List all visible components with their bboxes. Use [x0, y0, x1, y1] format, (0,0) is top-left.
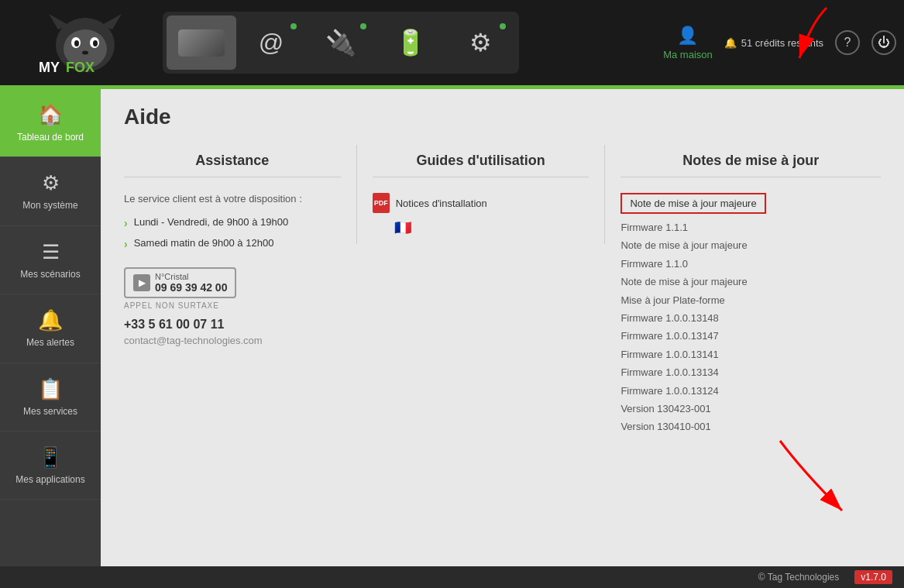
maison-label: Ma maison	[663, 49, 713, 60]
camera-icon	[178, 29, 225, 57]
help-button[interactable]: ?	[835, 30, 860, 55]
email-link[interactable]: contact@tag-technologies.com	[124, 335, 341, 346]
sidebar-item-mes-services[interactable]: 📋 Mes services	[0, 363, 101, 432]
credits-text: 51 crédits restants	[741, 37, 823, 49]
assistance-section: Assistance Le service client est à votre…	[124, 145, 341, 354]
sidebar-label-alertes: Mes alertes	[26, 337, 74, 348]
hours-item-1: › Lundi - Vendredi, de 9h00 à 19h00	[124, 216, 341, 229]
assistance-intro: Le service client est à votre dispositio…	[124, 193, 341, 205]
hours-text-2: Samedi matin de 9h00 à 12h00	[134, 237, 274, 249]
home-icon: 🏠	[38, 103, 63, 127]
sidebar-item-tableau-de-bord[interactable]: 🏠 Tableau de bord	[0, 89, 101, 157]
svg-text:FOX: FOX	[66, 60, 95, 75]
notes-list-item[interactable]: Firmware 1.0.0.13147	[620, 327, 881, 345]
notes-list-item[interactable]: Firmware 1.1.0	[620, 255, 881, 273]
sidebar-label-scenarios: Mes scénarios	[20, 269, 80, 280]
notes-title: Notes de mise à jour	[620, 153, 881, 177]
notes-list-item[interactable]: Note de mise à jour majeure	[620, 273, 881, 291]
phone-small-icon: ▶	[133, 274, 150, 291]
main-layout: 🏠 Tableau de bord ⚙ Mon système ☰ Mes sc…	[0, 89, 904, 566]
notice-item[interactable]: PDF Notices d'installation	[373, 193, 589, 213]
status-dot-power	[359, 22, 368, 31]
notes-list-item[interactable]: Firmware 1.0.0.13141	[620, 346, 881, 363]
crystal-number: 09 69 39 42 00	[155, 281, 227, 294]
battery-tab[interactable]: 🔋	[376, 15, 445, 70]
notes-list-item[interactable]: Version 130423-001	[620, 400, 881, 418]
device-tabs: @ 🔌 🔋 ⚙	[163, 12, 519, 74]
guides-section: Guides d'utilisation PDF Notices d'insta…	[356, 145, 606, 244]
mobile-icon: 📱	[38, 445, 63, 469]
bell-icon: 🔔	[724, 37, 737, 49]
notice-text: Notices d'installation	[396, 198, 487, 209]
status-dot-internet	[289, 22, 298, 31]
myfox-logo: MY FOX	[35, 10, 136, 76]
user-icon: 👤	[677, 26, 698, 46]
highlighted-note-link[interactable]: Note de mise à jour majeure	[620, 193, 765, 214]
sidebar-label-systeme: Mon système	[22, 200, 77, 211]
content-area: Aide Assistance Le service client est à …	[101, 89, 904, 566]
power-icon: 🔌	[325, 28, 356, 57]
list-icon: ☰	[42, 240, 60, 264]
services-icon: 📋	[38, 377, 63, 401]
header-right: 👤 Ma maison 🔔 51 crédits restants ? ⏻	[663, 26, 896, 60]
notes-list-item[interactable]: Version 130410-001	[620, 418, 881, 435]
gear-device-icon: ⚙	[469, 28, 492, 57]
phone-number: +33 5 61 00 07 11	[124, 318, 341, 332]
notes-list-item[interactable]: Firmware 1.0.0.13134	[620, 363, 881, 381]
notes-list: Firmware 1.1.1Note de mise à jour majeur…	[620, 218, 881, 436]
crystal-info: N°Cristal 09 69 39 42 00	[155, 272, 227, 294]
svg-point-6	[74, 40, 79, 46]
sidebar-item-mes-scenarios[interactable]: ☰ Mes scénarios	[0, 226, 101, 294]
sidebar-item-mon-systeme[interactable]: ⚙ Mon système	[0, 157, 101, 225]
sidebar-label-tableau: Tableau de bord	[17, 132, 84, 143]
notes-list-item[interactable]: Mise à jour Plate-forme	[620, 291, 881, 309]
settings-tab[interactable]: ⚙	[445, 15, 515, 70]
internet-tab[interactable]: @	[236, 15, 306, 70]
notes-list-item[interactable]: Firmware 1.1.1	[620, 218, 881, 236]
flag-icon-fr: 🇫🇷	[394, 219, 589, 236]
power-button[interactable]: ⏻	[871, 30, 896, 55]
gear-icon: ⚙	[42, 171, 60, 195]
svg-point-8	[82, 50, 88, 54]
hours-text-1: Lundi - Vendredi, de 9h00 à 19h00	[134, 216, 289, 228]
pdf-icon: PDF	[373, 193, 390, 213]
battery-icon: 🔋	[395, 28, 426, 57]
svg-point-7	[93, 40, 98, 46]
footer: © Tag Technologies v1.7.0	[0, 566, 904, 588]
bell-nav-icon: 🔔	[38, 308, 63, 332]
sidebar-label-applications: Mes applications	[15, 474, 84, 485]
assistance-title: Assistance	[124, 153, 341, 177]
logo-area: MY FOX	[8, 10, 163, 76]
status-dot-settings	[498, 22, 507, 31]
notes-list-item[interactable]: Firmware 1.0.0.13148	[620, 309, 881, 327]
notes-list-item[interactable]: Firmware 1.0.0.13124	[620, 382, 881, 400]
page-title: Aide	[124, 105, 881, 129]
footer-version: v1.7.0	[854, 570, 892, 584]
appel-note: APPEL NON SURTAXE	[124, 301, 341, 310]
footer-copyright: © Tag Technologies	[758, 572, 839, 583]
svg-text:MY: MY	[39, 60, 60, 75]
notes-list-item[interactable]: Note de mise à jour majeure	[620, 236, 881, 254]
crystal-box[interactable]: ▶ N°Cristal 09 69 39 42 00	[124, 267, 236, 298]
crystal-label: N°Cristal	[155, 272, 227, 281]
sidebar-label-services: Mes services	[23, 406, 77, 417]
sidebar-item-mes-applications[interactable]: 📱 Mes applications	[0, 432, 101, 500]
camera-tab[interactable]	[167, 15, 236, 70]
help-sections: Assistance Le service client est à votre…	[124, 145, 881, 444]
hours-item-2: › Samedi matin de 9h00 à 12h00	[124, 237, 341, 250]
chevron-icon-2: ›	[124, 238, 128, 250]
sidebar-item-mes-alertes[interactable]: 🔔 Mes alertes	[0, 294, 101, 363]
at-icon: @	[259, 29, 284, 57]
notes-section: Notes de mise à jour Note de mise à jour…	[620, 145, 881, 444]
chevron-icon-1: ›	[124, 217, 128, 229]
header: MY FOX @ 🔌 🔋 ⚙ 👤 Ma ma	[0, 0, 904, 85]
sidebar: 🏠 Tableau de bord ⚙ Mon système ☰ Mes sc…	[0, 89, 101, 566]
credits-area: 🔔 51 crédits restants	[724, 37, 823, 49]
power-tab[interactable]: 🔌	[306, 15, 376, 70]
guides-title: Guides d'utilisation	[373, 153, 589, 177]
user-area: 👤 Ma maison	[663, 26, 713, 60]
